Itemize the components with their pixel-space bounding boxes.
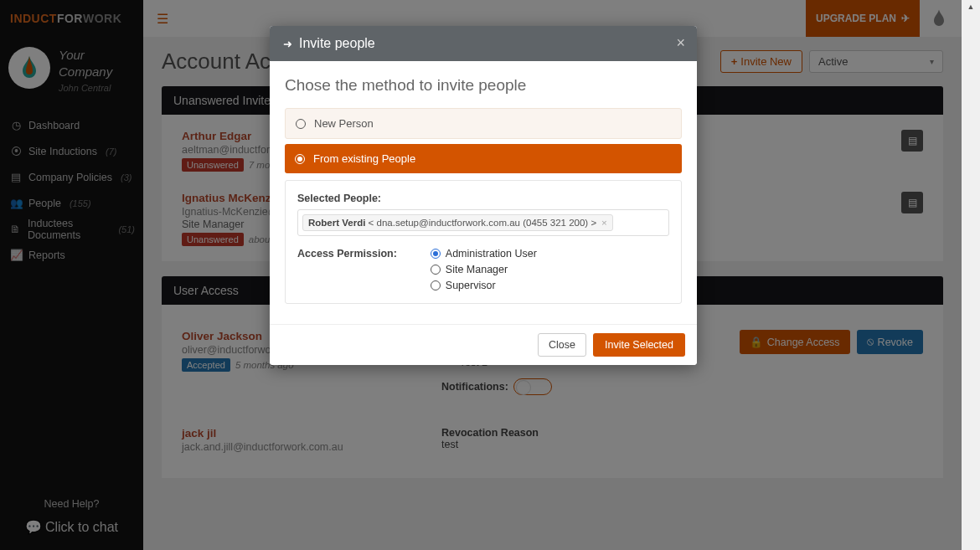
radio-icon [431,249,441,259]
perm-admin-label: Administration User [446,248,537,260]
person-token: Robert Verdi < dna.setup@inductforwork.c… [302,214,613,231]
option-new-person-label: New Person [314,117,374,130]
scroll-up-icon[interactable]: ▲ [964,0,977,13]
token-name: Robert Verdi [308,218,365,228]
method-title: Chose the method to invite people [285,76,682,95]
option-new-person[interactable]: New Person [285,108,682,139]
option-from-existing[interactable]: From existing People [285,144,682,173]
scrollbar[interactable]: ▲ [962,0,980,550]
invite-selected-button[interactable]: Invite Selected [593,333,685,357]
selected-people-input[interactable]: Robert Verdi < dna.setup@inductforwork.c… [297,209,669,236]
option-from-existing-label: From existing People [313,152,415,165]
modal-header: ➜ Invite people × [270,26,697,61]
radio-icon [431,265,441,275]
selected-people-label: Selected People: [297,193,669,204]
close-button[interactable]: Close [538,333,586,357]
existing-people-panel: Selected People: Robert Verdi < dna.setu… [285,180,682,304]
perm-site-manager-option[interactable]: Site Manager [431,264,537,275]
perm-site-label: Site Manager [446,264,508,275]
perm-supervisor-option[interactable]: Supervisor [431,280,537,291]
radio-icon [296,119,306,129]
close-icon[interactable]: × [676,34,685,52]
perm-admin-option[interactable]: Administration User [431,248,537,260]
login-icon: ➜ [283,38,292,50]
radio-icon [295,154,305,164]
radio-icon [431,280,441,290]
invite-people-modal: ➜ Invite people × Chose the method to in… [270,26,697,365]
access-permission-label: Access Permission: [297,248,397,260]
token-detail: < dna.setup@inductforwork.com.au (0455 3… [365,218,596,228]
modal-title: Invite people [299,36,375,51]
token-remove-icon[interactable]: × [601,218,607,228]
perm-sup-label: Supervisor [446,280,496,291]
modal-footer: Close Invite Selected [270,324,697,365]
